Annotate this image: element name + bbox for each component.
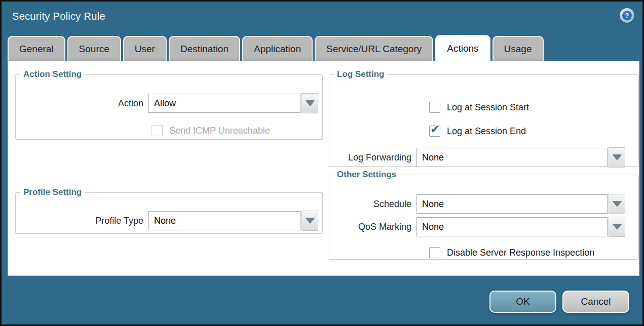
- tab-service-url-category[interactable]: Service/URL Category: [315, 36, 433, 61]
- schedule-label: Schedule: [329, 199, 416, 210]
- security-policy-rule-dialog: Security Policy Rule ? General Source Us…: [0, 0, 644, 326]
- dsri-label: Disable Server Response Inspection: [447, 248, 594, 258]
- qos-marking-row: QoS Marking None: [329, 217, 625, 237]
- log-session-start-checkbox[interactable]: [429, 102, 440, 113]
- question-mark-icon: ?: [622, 11, 632, 20]
- dsri-checkbox[interactable]: [429, 247, 440, 258]
- log-session-end-label: Log at Session End: [447, 126, 526, 137]
- qos-marking-dropdown-value[interactable]: None: [416, 217, 608, 236]
- profile-type-dropdown-button[interactable]: [301, 211, 318, 231]
- help-icon[interactable]: ?: [620, 8, 634, 23]
- tab-general[interactable]: General: [8, 36, 65, 61]
- qos-marking-label: QoS Marking: [329, 222, 416, 232]
- action-setting-legend: Action Setting: [20, 69, 85, 79]
- log-setting-legend: Log Setting: [334, 69, 387, 79]
- send-icmp-unreachable-label: Send ICMP Unreachable: [169, 126, 270, 136]
- action-dropdown-button[interactable]: [301, 93, 318, 113]
- tab-user[interactable]: User: [123, 36, 167, 61]
- tab-usage[interactable]: Usage: [493, 36, 544, 61]
- qos-marking-dropdown-button[interactable]: [609, 217, 625, 237]
- cancel-button[interactable]: Cancel: [562, 291, 629, 313]
- tab-bar: General Source User Destination Applicat…: [8, 35, 544, 61]
- log-forwarding-dropdown[interactable]: None: [416, 147, 625, 168]
- chevron-down-icon: [613, 201, 622, 207]
- log-session-start-label: Log at Session Start: [447, 102, 529, 113]
- log-forwarding-dropdown-button[interactable]: [609, 147, 625, 168]
- schedule-row: Schedule None: [329, 194, 625, 214]
- qos-marking-dropdown[interactable]: None: [416, 217, 625, 237]
- send-icmp-unreachable-checkbox-row: Send ICMP Unreachable: [151, 125, 270, 136]
- other-settings-legend: Other Settings: [334, 170, 399, 180]
- log-session-end-checkbox-row: Log at Session End: [429, 126, 526, 137]
- log-session-end-checkbox[interactable]: [429, 126, 440, 137]
- send-icmp-unreachable-checkbox[interactable]: [151, 125, 163, 136]
- profile-type-label: Profile Type: [16, 216, 148, 226]
- action-dropdown-value[interactable]: Allow: [148, 94, 300, 113]
- actions-tab-panel: Action Setting Action Allow Send ICMP Un…: [8, 61, 639, 276]
- tab-source[interactable]: Source: [67, 36, 121, 61]
- chevron-down-icon: [613, 155, 622, 160]
- action-row: Action Allow: [16, 93, 318, 113]
- tab-destination[interactable]: Destination: [169, 36, 240, 61]
- log-forwarding-dropdown-value[interactable]: None: [416, 148, 608, 167]
- chevron-down-icon: [306, 218, 315, 224]
- profile-type-dropdown-value[interactable]: None: [148, 211, 300, 230]
- schedule-dropdown[interactable]: None: [416, 194, 625, 214]
- profile-setting-group: Profile Setting Profile Type None: [15, 187, 323, 234]
- action-label: Action: [16, 98, 148, 109]
- profile-setting-legend: Profile Setting: [20, 187, 85, 197]
- profile-type-dropdown[interactable]: None: [148, 211, 318, 231]
- dialog-title: Security Policy Rule: [12, 11, 105, 22]
- log-forwarding-label: Log Forwarding: [329, 152, 416, 163]
- action-setting-group: Action Setting Action Allow Send ICMP Un…: [15, 69, 323, 140]
- other-settings-group: Other Settings Schedule None QoS Marking…: [329, 170, 639, 260]
- ok-button[interactable]: OK: [489, 291, 556, 313]
- log-forwarding-row: Log Forwarding None: [329, 147, 625, 168]
- schedule-dropdown-button[interactable]: [609, 194, 625, 214]
- chevron-down-icon: [613, 224, 622, 230]
- tab-application[interactable]: Application: [242, 36, 313, 61]
- profile-type-row: Profile Type None: [16, 211, 318, 231]
- schedule-dropdown-value[interactable]: None: [416, 194, 608, 214]
- dsri-checkbox-row: Disable Server Response Inspection: [429, 247, 594, 258]
- tab-actions[interactable]: Actions: [435, 35, 490, 61]
- log-setting-group: Log Setting Log at Session Start Log at …: [329, 69, 639, 167]
- log-session-start-checkbox-row: Log at Session Start: [429, 102, 529, 113]
- action-dropdown[interactable]: Allow: [148, 93, 318, 113]
- chevron-down-icon: [306, 101, 315, 106]
